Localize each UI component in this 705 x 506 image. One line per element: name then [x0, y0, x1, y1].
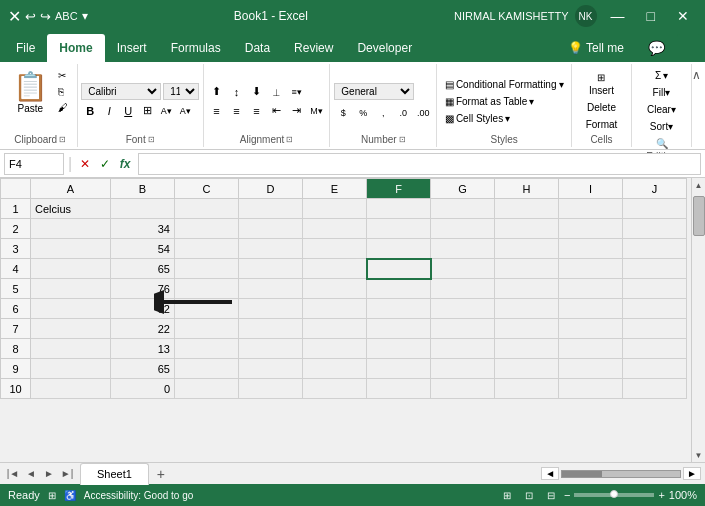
- table-cell[interactable]: [367, 379, 431, 399]
- table-cell[interactable]: [31, 299, 111, 319]
- col-header-H[interactable]: H: [495, 179, 559, 199]
- table-cell[interactable]: 34: [111, 219, 175, 239]
- tab-data[interactable]: Data: [233, 34, 282, 62]
- table-cell[interactable]: [175, 199, 239, 219]
- table-cell[interactable]: [559, 319, 623, 339]
- normal-view-button[interactable]: ⊞: [498, 486, 516, 504]
- scroll-down-button[interactable]: ▼: [692, 448, 706, 462]
- page-break-button[interactable]: ⊟: [542, 486, 560, 504]
- table-cell[interactable]: [495, 239, 559, 259]
- row-header-10[interactable]: 10: [1, 379, 31, 399]
- table-cell[interactable]: [623, 379, 687, 399]
- table-cell[interactable]: [31, 239, 111, 259]
- align-top-button[interactable]: ⬆: [208, 83, 226, 101]
- fill-color-button[interactable]: A▾: [157, 102, 175, 120]
- horizontal-scroll-thumb[interactable]: [562, 471, 602, 477]
- italic-button[interactable]: I: [100, 102, 118, 120]
- cancel-formula-button[interactable]: ✕: [76, 155, 94, 173]
- table-cell[interactable]: [623, 359, 687, 379]
- scroll-thumb[interactable]: [693, 196, 705, 236]
- spreadsheet-container[interactable]: A B C D E F G H I J 1Celcius2: [0, 178, 691, 462]
- table-cell[interactable]: [303, 239, 367, 259]
- redo-btn[interactable]: ↪: [40, 9, 51, 24]
- table-cell[interactable]: [559, 259, 623, 279]
- col-header-A[interactable]: A: [31, 179, 111, 199]
- comma-button[interactable]: ,: [374, 104, 392, 122]
- copy-button[interactable]: ⎘: [54, 84, 72, 99]
- zoom-out-button[interactable]: −: [564, 489, 570, 501]
- align-center-button[interactable]: ≡: [228, 102, 246, 120]
- zoom-slider[interactable]: [574, 493, 654, 497]
- table-cell[interactable]: [431, 199, 495, 219]
- table-cell[interactable]: [31, 319, 111, 339]
- col-header-C[interactable]: C: [175, 179, 239, 199]
- table-cell[interactable]: [303, 299, 367, 319]
- first-sheet-button[interactable]: |◄: [4, 465, 22, 483]
- align-bottom-button[interactable]: ⬇: [248, 83, 266, 101]
- table-cell[interactable]: [559, 279, 623, 299]
- alignment-label[interactable]: Alignment ⊡: [240, 134, 293, 147]
- table-cell[interactable]: [431, 219, 495, 239]
- table-cell[interactable]: [303, 379, 367, 399]
- table-cell[interactable]: [239, 319, 303, 339]
- table-cell[interactable]: [623, 339, 687, 359]
- table-cell[interactable]: [623, 299, 687, 319]
- table-cell[interactable]: [175, 299, 239, 319]
- fill-button[interactable]: Fill▾: [649, 85, 675, 100]
- col-header-J[interactable]: J: [623, 179, 687, 199]
- col-header-F[interactable]: F: [367, 179, 431, 199]
- decrease-indent-button[interactable]: ⇤: [268, 102, 286, 120]
- table-cell[interactable]: [31, 339, 111, 359]
- vertical-scrollbar[interactable]: ▲ ▼: [691, 178, 705, 462]
- table-cell[interactable]: [175, 239, 239, 259]
- table-cell[interactable]: [303, 219, 367, 239]
- table-cell[interactable]: [175, 339, 239, 359]
- number-label[interactable]: Number ⊡: [361, 134, 406, 147]
- col-header-E[interactable]: E: [303, 179, 367, 199]
- tab-home[interactable]: Home: [47, 34, 104, 62]
- insert-cells-button[interactable]: ⊞ Insert: [583, 70, 619, 98]
- text-angle-button[interactable]: ⟂: [268, 83, 286, 101]
- tab-tell-me[interactable]: 💡 Tell me: [556, 34, 636, 62]
- col-header-I[interactable]: I: [559, 179, 623, 199]
- currency-button[interactable]: $: [334, 104, 352, 122]
- table-cell[interactable]: [431, 319, 495, 339]
- table-cell[interactable]: 54: [111, 239, 175, 259]
- table-cell[interactable]: [367, 319, 431, 339]
- autosum-button[interactable]: Σ▾: [651, 68, 672, 83]
- table-cell[interactable]: [431, 339, 495, 359]
- table-cell[interactable]: [559, 199, 623, 219]
- table-cell[interactable]: [559, 239, 623, 259]
- table-cell[interactable]: [623, 199, 687, 219]
- zoom-thumb[interactable]: [610, 490, 618, 498]
- format-as-table-button[interactable]: ▦ Format as Table ▾: [441, 94, 539, 109]
- font-group-label[interactable]: Font ⊡: [126, 134, 155, 147]
- percent-button[interactable]: %: [354, 104, 372, 122]
- table-cell[interactable]: [559, 379, 623, 399]
- align-right-button[interactable]: ≡: [248, 102, 266, 120]
- table-cell[interactable]: [495, 319, 559, 339]
- scroll-up-button[interactable]: ▲: [692, 178, 706, 192]
- table-cell[interactable]: [559, 219, 623, 239]
- row-header-9[interactable]: 9: [1, 359, 31, 379]
- confirm-formula-button[interactable]: ✓: [96, 155, 114, 173]
- table-cell[interactable]: 0: [111, 379, 175, 399]
- table-cell[interactable]: [175, 259, 239, 279]
- table-cell[interactable]: [431, 279, 495, 299]
- row-header-1[interactable]: 1: [1, 199, 31, 219]
- tab-file[interactable]: File: [4, 34, 47, 62]
- table-cell[interactable]: [367, 239, 431, 259]
- increase-decimal-button[interactable]: .00: [414, 104, 432, 122]
- page-layout-button[interactable]: ⊡: [520, 486, 538, 504]
- formula-input[interactable]: [138, 153, 701, 175]
- undo-btn[interactable]: ↩: [25, 9, 36, 24]
- sheet-tab-sheet1[interactable]: Sheet1: [80, 463, 149, 485]
- table-cell[interactable]: [175, 279, 239, 299]
- clipboard-label[interactable]: Clipboard ⊡: [14, 134, 66, 147]
- table-cell[interactable]: [367, 339, 431, 359]
- cell-styles-button[interactable]: ▩ Cell Styles ▾: [441, 111, 514, 126]
- table-cell[interactable]: [367, 299, 431, 319]
- horizontal-scroll-left[interactable]: ◄: [541, 467, 559, 480]
- paste-button[interactable]: 📋 Paste: [9, 68, 52, 116]
- table-cell[interactable]: [303, 339, 367, 359]
